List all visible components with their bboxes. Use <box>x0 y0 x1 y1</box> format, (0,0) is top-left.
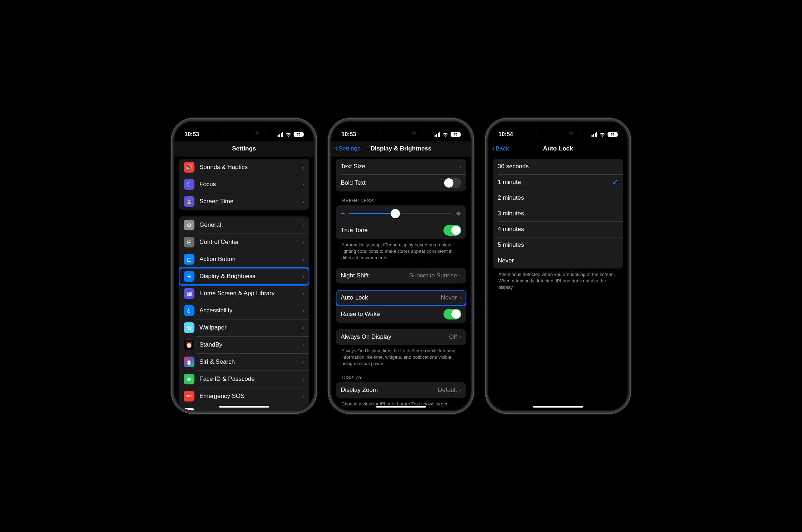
brightness-slider[interactable] <box>349 213 452 214</box>
true-tone-switch[interactable] <box>443 225 461 236</box>
row-label: Night Shift <box>341 272 409 279</box>
navbar: ‹ Settings Display & Brightness <box>331 141 471 157</box>
chevron-right-icon: › <box>302 273 304 280</box>
wifi-icon <box>285 132 291 137</box>
text-size-row[interactable]: Text Size › <box>336 159 466 174</box>
row-label: Focus <box>199 181 302 188</box>
settings-row-emergency-sos[interactable]: SOSEmergency SOS› <box>179 388 309 405</box>
row-label: True Tone <box>341 227 443 234</box>
always-on-row[interactable]: Always On Display Off › <box>336 329 466 345</box>
display-zoom-group: Display Zoom Default › <box>336 382 466 398</box>
checkmark-icon: ✓ <box>612 178 618 186</box>
sun-high-icon: ☀︎ <box>456 210 461 218</box>
option-label: 3 minutes <box>498 210 618 217</box>
accessibility-icon: ♿︎ <box>184 305 194 316</box>
auto-lock-option[interactable]: 30 seconds <box>493 159 623 174</box>
display-header: DISPLAY <box>336 368 466 382</box>
auto-lock-option[interactable]: 3 minutes <box>493 206 623 221</box>
settings-row-sounds-haptics[interactable]: 🔊Sounds & Haptics› <box>179 159 309 176</box>
option-label: Never <box>498 257 618 264</box>
settings-row-control-center[interactable]: ⊟Control Center› <box>179 234 309 251</box>
chevron-right-icon: › <box>459 163 461 170</box>
action-button-icon: ◻︎ <box>184 254 194 265</box>
sounds-icon: 🔊 <box>184 162 194 173</box>
auto-lock-option[interactable]: 1 minute✓ <box>493 174 623 190</box>
auto-lock-row[interactable]: Auto-Lock Never › <box>336 290 466 306</box>
row-label: Wallpaper <box>199 324 302 331</box>
true-tone-row[interactable]: True Tone <box>336 222 466 239</box>
wifi-icon <box>599 132 605 137</box>
chevron-right-icon: › <box>459 387 461 394</box>
back-button[interactable]: ‹ Back <box>492 145 509 153</box>
auto-lock-options: 30 seconds1 minute✓2 minutes3 minutes4 m… <box>493 159 623 268</box>
settings-row-action-button[interactable]: ◻︎Action Button› <box>179 251 309 268</box>
general-icon: ⚙︎ <box>184 220 194 230</box>
chevron-right-icon: › <box>302 410 304 411</box>
row-label: Bold Text <box>341 179 443 186</box>
always-on-group: Always On Display Off › <box>336 329 466 345</box>
row-label: Home Screen & App Library <box>199 290 302 297</box>
chevron-right-icon: › <box>302 198 304 205</box>
row-label: Face ID & Passcode <box>199 375 302 383</box>
bold-text-switch[interactable] <box>443 178 461 188</box>
chevron-right-icon: › <box>302 256 304 263</box>
auto-lock-footer: Attention is detected when you are looki… <box>493 268 623 292</box>
auto-lock-option[interactable]: 5 minutes <box>493 237 623 253</box>
row-label: StandBy <box>199 341 302 348</box>
auto-lock-option[interactable]: Never <box>493 253 623 268</box>
chevron-right-icon: › <box>302 375 304 383</box>
chevron-right-icon: › <box>302 290 304 297</box>
chevron-left-icon: ‹ <box>335 144 338 153</box>
sos-icon: SOS <box>184 391 194 401</box>
raise-to-wake-switch[interactable] <box>443 309 461 319</box>
navbar-title: Display & Brightness <box>371 145 432 152</box>
chevron-right-icon: › <box>302 324 304 332</box>
dynamic-island <box>222 127 266 139</box>
sun-low-icon: ☀︎ <box>341 211 345 216</box>
exposure-icon: ✺ <box>184 408 194 410</box>
faceid-icon: ☻ <box>184 374 194 384</box>
brightness-header: BRIGHTNESS <box>336 191 466 205</box>
settings-row-display-brightness[interactable]: ☀︎Display & Brightness› <box>179 268 309 285</box>
auto-lock-option[interactable]: 2 minutes <box>493 190 623 206</box>
row-label: Exposure Notifications <box>199 410 302 410</box>
bold-text-row[interactable]: Bold Text <box>336 174 466 191</box>
row-value: Sunset to Sunrise <box>409 272 457 279</box>
home-indicator <box>376 406 426 408</box>
row-label: Always On Display <box>341 333 449 341</box>
home-indicator <box>533 406 583 408</box>
settings-row-siri-search[interactable]: ◉Siri & Search› <box>179 353 309 370</box>
battery-icon: 76 <box>294 132 304 137</box>
settings-group-top: 🔊Sounds & Haptics›☾Focus›⏳Screen Time› <box>179 159 309 210</box>
siri-icon: ◉ <box>184 357 194 367</box>
wifi-icon <box>442 132 448 137</box>
night-shift-row[interactable]: Night Shift Sunset to Sunrise › <box>336 268 466 283</box>
status-time: 10:53 <box>341 131 356 138</box>
row-label: Emergency SOS <box>199 393 302 400</box>
raise-to-wake-row[interactable]: Raise to Wake <box>336 306 466 323</box>
settings-row-standby[interactable]: ⏰StandBy› <box>179 336 309 353</box>
navbar-title: Auto-Lock <box>543 145 573 152</box>
settings-row-home-screen-app-library[interactable]: ▦Home Screen & App Library› <box>179 285 309 302</box>
settings-row-face-id-passcode[interactable]: ☻Face ID & Passcode› <box>179 370 309 388</box>
battery-icon: 76 <box>451 132 461 137</box>
settings-row-accessibility[interactable]: ♿︎Accessibility› <box>179 302 309 319</box>
brightness-slider-row[interactable]: ☀︎ ☀︎ <box>336 205 466 222</box>
settings-row-focus[interactable]: ☾Focus› <box>179 176 309 193</box>
settings-row-wallpaper[interactable]: ✿Wallpaper› <box>179 319 309 336</box>
control-center-icon: ⊟ <box>184 237 194 247</box>
chevron-right-icon: › <box>302 221 304 229</box>
display-zoom-row[interactable]: Display Zoom Default › <box>336 382 466 398</box>
settings-row-screen-time[interactable]: ⏳Screen Time› <box>179 193 309 210</box>
focus-icon: ☾ <box>184 179 194 190</box>
settings-group-main: ⚙︎General›⊟Control Center›◻︎Action Butto… <box>179 216 309 410</box>
settings-row-general[interactable]: ⚙︎General› <box>179 216 309 234</box>
row-label: Sounds & Haptics <box>199 164 302 171</box>
chevron-right-icon: › <box>302 239 304 246</box>
display-brightness-icon: ☀︎ <box>184 271 194 282</box>
row-label: Action Button <box>199 256 302 263</box>
phone-settings: 10:53 76 Settings 🔊Sounds & Haptics›☾Foc… <box>174 122 314 410</box>
chevron-right-icon: › <box>302 164 304 171</box>
auto-lock-option[interactable]: 4 minutes <box>493 221 623 237</box>
back-button[interactable]: ‹ Settings <box>335 145 360 153</box>
